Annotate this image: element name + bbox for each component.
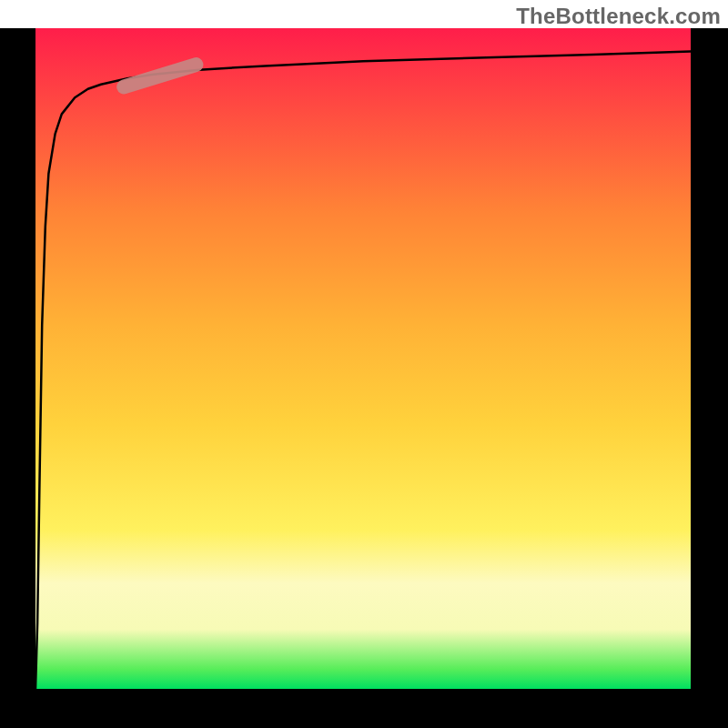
plot-svg bbox=[35, 28, 691, 689]
chart-frame: TheBottleneck.com bbox=[0, 0, 728, 728]
plot-area bbox=[35, 28, 691, 689]
gradient-background bbox=[35, 28, 691, 689]
plot-axes-box bbox=[0, 28, 728, 728]
watermark-text: TheBottleneck.com bbox=[516, 4, 721, 29]
